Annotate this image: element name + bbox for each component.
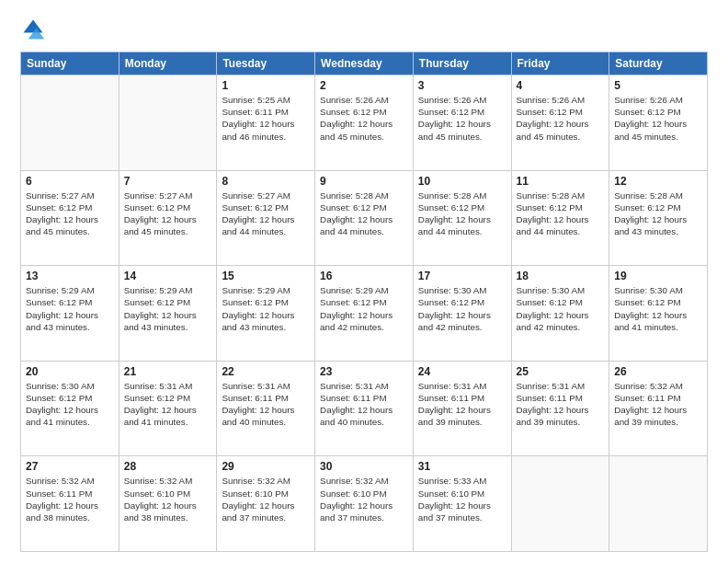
day-info: Sunrise: 5:26 AMSunset: 6:12 PMDaylight:… (614, 94, 702, 143)
day-info: Sunrise: 5:27 AMSunset: 6:12 PMDaylight:… (124, 190, 212, 238)
day-number: 1 (222, 79, 310, 92)
day-info: Sunrise: 5:32 AMSunset: 6:10 PMDaylight:… (320, 475, 408, 523)
day-info: Sunrise: 5:26 AMSunset: 6:12 PMDaylight:… (320, 94, 408, 143)
col-header-thursday: Thursday (413, 52, 511, 75)
day-cell: 17Sunrise: 5:30 AMSunset: 6:12 PMDayligh… (413, 266, 511, 362)
day-cell: 6Sunrise: 5:27 AMSunset: 6:12 PMDaylight… (21, 170, 119, 266)
day-info: Sunrise: 5:27 AMSunset: 6:12 PMDaylight:… (26, 190, 114, 238)
page: SundayMondayTuesdayWednesdayThursdayFrid… (0, 0, 728, 563)
week-row-4: 27Sunrise: 5:32 AMSunset: 6:11 PMDayligh… (21, 456, 708, 552)
day-info: Sunrise: 5:31 AMSunset: 6:11 PMDaylight:… (222, 380, 310, 429)
day-cell: 2Sunrise: 5:26 AMSunset: 6:12 PMDaylight… (315, 75, 414, 171)
svg-marker-0 (24, 20, 43, 33)
day-number: 10 (418, 175, 506, 188)
day-info: Sunrise: 5:29 AMSunset: 6:12 PMDaylight:… (124, 284, 212, 333)
day-cell: 11Sunrise: 5:28 AMSunset: 6:12 PMDayligh… (511, 170, 609, 266)
day-cell: 22Sunrise: 5:31 AMSunset: 6:11 PMDayligh… (217, 361, 315, 456)
day-cell: 24Sunrise: 5:31 AMSunset: 6:11 PMDayligh… (413, 361, 511, 456)
day-number: 26 (614, 365, 702, 378)
day-number: 11 (517, 175, 605, 188)
day-info: Sunrise: 5:28 AMSunset: 6:12 PMDaylight:… (320, 190, 408, 238)
col-header-friday: Friday (511, 52, 609, 75)
logo (20, 17, 50, 42)
day-info: Sunrise: 5:31 AMSunset: 6:11 PMDaylight:… (320, 380, 408, 429)
week-row-1: 6Sunrise: 5:27 AMSunset: 6:12 PMDaylight… (21, 170, 708, 266)
day-number: 28 (124, 460, 212, 473)
day-info: Sunrise: 5:27 AMSunset: 6:12 PMDaylight:… (222, 190, 310, 238)
day-number: 7 (124, 175, 212, 188)
day-info: Sunrise: 5:32 AMSunset: 6:11 PMDaylight:… (614, 380, 702, 429)
day-cell (511, 456, 609, 552)
day-info: Sunrise: 5:29 AMSunset: 6:12 PMDaylight:… (320, 284, 408, 333)
day-cell: 20Sunrise: 5:30 AMSunset: 6:12 PMDayligh… (21, 361, 119, 456)
week-row-3: 20Sunrise: 5:30 AMSunset: 6:12 PMDayligh… (21, 361, 708, 456)
day-number: 14 (124, 270, 212, 282)
day-number: 27 (26, 460, 114, 473)
week-row-2: 13Sunrise: 5:29 AMSunset: 6:12 PMDayligh… (21, 266, 708, 362)
day-number: 31 (418, 460, 506, 473)
day-info: Sunrise: 5:31 AMSunset: 6:12 PMDaylight:… (124, 380, 212, 429)
day-cell: 29Sunrise: 5:32 AMSunset: 6:10 PMDayligh… (217, 456, 315, 552)
day-number: 13 (26, 270, 114, 282)
day-info: Sunrise: 5:28 AMSunset: 6:12 PMDaylight:… (418, 190, 506, 238)
day-cell: 10Sunrise: 5:28 AMSunset: 6:12 PMDayligh… (413, 170, 511, 266)
day-cell: 14Sunrise: 5:29 AMSunset: 6:12 PMDayligh… (119, 266, 217, 362)
day-info: Sunrise: 5:26 AMSunset: 6:12 PMDaylight:… (418, 94, 506, 143)
header (20, 17, 708, 42)
day-cell (21, 75, 119, 171)
day-cell: 16Sunrise: 5:29 AMSunset: 6:12 PMDayligh… (315, 266, 414, 362)
day-cell: 28Sunrise: 5:32 AMSunset: 6:10 PMDayligh… (119, 456, 217, 552)
col-header-wednesday: Wednesday (315, 52, 414, 75)
day-info: Sunrise: 5:30 AMSunset: 6:12 PMDaylight:… (26, 380, 114, 429)
day-cell: 21Sunrise: 5:31 AMSunset: 6:12 PMDayligh… (119, 361, 217, 456)
day-info: Sunrise: 5:31 AMSunset: 6:11 PMDaylight:… (517, 380, 605, 429)
day-number: 2 (320, 79, 408, 92)
day-cell: 3Sunrise: 5:26 AMSunset: 6:12 PMDaylight… (413, 75, 511, 171)
day-info: Sunrise: 5:31 AMSunset: 6:11 PMDaylight:… (418, 380, 506, 429)
day-cell: 19Sunrise: 5:30 AMSunset: 6:12 PMDayligh… (609, 266, 708, 362)
day-cell (609, 456, 708, 552)
week-row-0: 1Sunrise: 5:25 AMSunset: 6:11 PMDaylight… (21, 75, 708, 171)
day-cell: 13Sunrise: 5:29 AMSunset: 6:12 PMDayligh… (21, 266, 119, 362)
day-cell: 30Sunrise: 5:32 AMSunset: 6:10 PMDayligh… (315, 456, 414, 552)
day-cell: 9Sunrise: 5:28 AMSunset: 6:12 PMDaylight… (315, 170, 414, 266)
day-number: 24 (418, 365, 506, 378)
day-cell: 4Sunrise: 5:26 AMSunset: 6:12 PMDaylight… (511, 75, 609, 171)
day-info: Sunrise: 5:29 AMSunset: 6:12 PMDaylight:… (26, 284, 114, 333)
day-number: 30 (320, 460, 408, 473)
day-cell: 31Sunrise: 5:33 AMSunset: 6:10 PMDayligh… (413, 456, 511, 552)
col-header-monday: Monday (119, 52, 217, 75)
calendar-header-row: SundayMondayTuesdayWednesdayThursdayFrid… (21, 52, 708, 75)
day-number: 29 (222, 460, 310, 473)
col-header-tuesday: Tuesday (217, 52, 315, 75)
day-cell: 7Sunrise: 5:27 AMSunset: 6:12 PMDaylight… (119, 170, 217, 266)
day-number: 9 (320, 175, 408, 188)
day-number: 18 (517, 270, 605, 282)
day-info: Sunrise: 5:32 AMSunset: 6:10 PMDaylight:… (222, 475, 310, 523)
day-info: Sunrise: 5:29 AMSunset: 6:12 PMDaylight:… (222, 284, 310, 333)
calendar-table: SundayMondayTuesdayWednesdayThursdayFrid… (20, 52, 708, 552)
day-number: 23 (320, 365, 408, 378)
day-info: Sunrise: 5:33 AMSunset: 6:10 PMDaylight:… (418, 475, 506, 523)
day-info: Sunrise: 5:30 AMSunset: 6:12 PMDaylight:… (418, 284, 506, 333)
day-number: 16 (320, 270, 408, 282)
day-cell: 15Sunrise: 5:29 AMSunset: 6:12 PMDayligh… (217, 266, 315, 362)
day-number: 17 (418, 270, 506, 282)
day-cell: 26Sunrise: 5:32 AMSunset: 6:11 PMDayligh… (609, 361, 708, 456)
day-number: 8 (222, 175, 310, 188)
day-info: Sunrise: 5:30 AMSunset: 6:12 PMDaylight:… (517, 284, 605, 333)
day-cell: 8Sunrise: 5:27 AMSunset: 6:12 PMDaylight… (217, 170, 315, 266)
logo-icon (20, 17, 46, 42)
day-cell (119, 75, 217, 171)
day-number: 19 (614, 270, 702, 282)
day-cell: 12Sunrise: 5:28 AMSunset: 6:12 PMDayligh… (609, 170, 708, 266)
day-info: Sunrise: 5:32 AMSunset: 6:10 PMDaylight:… (124, 475, 212, 523)
col-header-saturday: Saturday (609, 52, 708, 75)
day-cell: 27Sunrise: 5:32 AMSunset: 6:11 PMDayligh… (21, 456, 119, 552)
day-number: 3 (418, 79, 506, 92)
col-header-sunday: Sunday (21, 52, 119, 75)
day-number: 25 (517, 365, 605, 378)
day-number: 20 (26, 365, 114, 378)
day-info: Sunrise: 5:32 AMSunset: 6:11 PMDaylight:… (26, 475, 114, 523)
day-info: Sunrise: 5:28 AMSunset: 6:12 PMDaylight:… (517, 190, 605, 238)
